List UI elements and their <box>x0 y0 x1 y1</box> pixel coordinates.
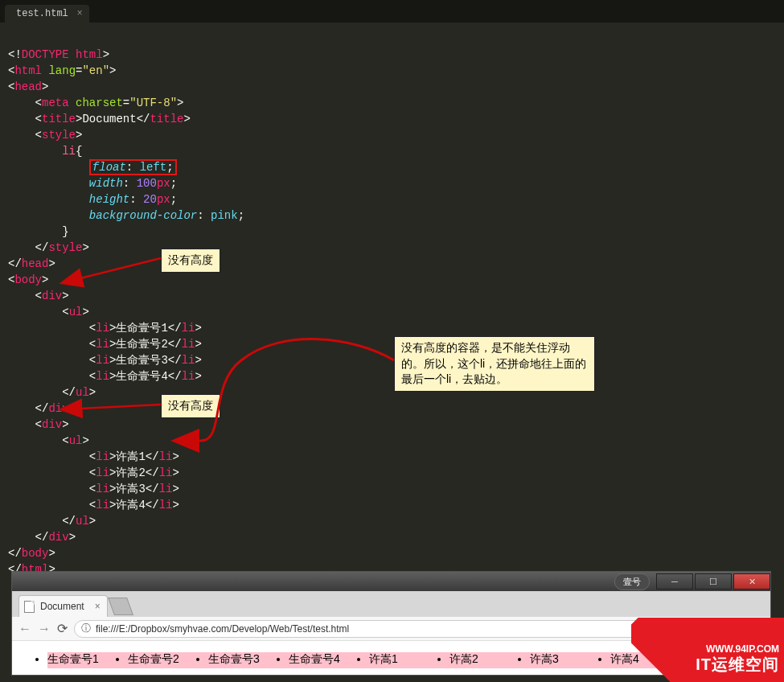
css-val-height: 20 <box>143 193 157 206</box>
editor-tab[interactable]: test.html × <box>5 5 89 23</box>
annotation-callout-1: 没有高度 <box>161 249 220 273</box>
css-prop-height: height <box>89 193 129 206</box>
titlebar-pill[interactable]: 壹号 <box>614 573 650 590</box>
close-button[interactable]: ✕ <box>733 573 770 590</box>
address-bar-row: ← → ⟳ ⓘ file:///E:/Dropbox/smyhvae.com/D… <box>12 617 770 641</box>
browser-viewport[interactable]: 生命壹号1 生命壹号2 生命壹号3 生命壹号4 许嵩1 许嵩2 许嵩3 许嵩4 <box>12 641 770 664</box>
highlight-box: float: left; <box>89 159 177 175</box>
val-charset: "UTF-8" <box>129 97 177 109</box>
css-val-width: 100 <box>137 177 157 190</box>
li-text: 许嵩3 <box>116 483 145 495</box>
list-item: 许嵩4 <box>610 652 691 668</box>
css-val-bg: pink <box>211 209 238 222</box>
svg-line-2 <box>80 405 161 409</box>
svg-line-1 <box>80 258 161 278</box>
doctype: DOCTYPE html <box>22 48 103 61</box>
close-icon[interactable]: × <box>95 601 101 612</box>
css-prop-float: float <box>92 161 126 174</box>
li-text: 生命壹号4 <box>116 370 167 383</box>
attr-charset: charset <box>76 97 123 109</box>
css-prop-width: width <box>89 177 123 190</box>
editor-tabbar: test.html × <box>0 0 784 23</box>
attr-lang: lang <box>48 64 76 77</box>
li-text: 生命壹号3 <box>116 354 167 367</box>
css-selector: li <box>62 145 76 158</box>
url-bar[interactable]: ⓘ file:///E:/Dropbox/smyhvae.com/Develop… <box>74 620 764 638</box>
code-editor[interactable]: <!DOCTYPE html> <html lang="en"> <head> … <box>0 23 784 561</box>
css-unit-width: px <box>157 177 170 190</box>
css-prop-bg: background-color <box>89 209 197 222</box>
li-text: 许嵩1 <box>116 450 145 463</box>
reload-icon[interactable]: ⟳ <box>57 621 68 636</box>
browser-tab[interactable]: Document × <box>18 595 108 617</box>
title-text: Document <box>82 113 136 125</box>
page-icon <box>24 601 35 613</box>
browser-tabstrip: Document × <box>12 591 770 617</box>
css-val-float: left <box>140 161 167 174</box>
li-text: 生命壹号2 <box>116 338 167 351</box>
annotation-callout-2: 没有高度 <box>161 394 220 418</box>
minimize-button[interactable]: ─ <box>656 573 693 590</box>
forward-icon[interactable]: → <box>38 622 51 636</box>
browser-tab-title: Document <box>40 601 84 612</box>
li-text: 许嵩4 <box>116 499 145 512</box>
li-text: 生命壹号1 <box>116 322 167 335</box>
annotation-callout-3: 没有高度的容器，是不能关住浮动的。所以，这个li，还拼命地往上面的最后一个li，… <box>394 336 595 392</box>
window-titlebar: 壹号 ─ ☐ ✕ <box>12 572 770 591</box>
css-unit-height: px <box>157 193 170 206</box>
val-lang: "en" <box>82 64 109 77</box>
maximize-button[interactable]: ☐ <box>695 573 732 590</box>
info-icon[interactable]: ⓘ <box>81 622 91 635</box>
url-text: file:///E:/Dropbox/smyhvae.com/Develop/W… <box>96 623 349 635</box>
close-icon[interactable]: × <box>77 8 83 19</box>
new-tab-button[interactable] <box>108 598 133 615</box>
browser-window: 壹号 ─ ☐ ✕ Document × ← → ⟳ ⓘ file:///E:/D… <box>11 571 771 676</box>
editor-tab-title: test.html <box>16 8 68 19</box>
back-icon[interactable]: ← <box>18 622 31 636</box>
li-text: 许嵩2 <box>116 466 145 479</box>
